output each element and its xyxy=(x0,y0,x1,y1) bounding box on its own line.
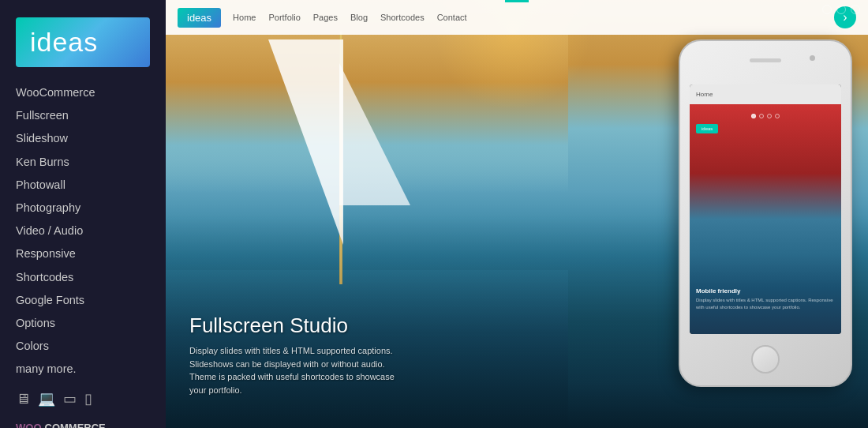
feature-item: Photography xyxy=(16,197,150,220)
feature-item: Colors xyxy=(16,335,150,358)
main-title: Fullscreen Studio xyxy=(189,313,410,338)
commerce-label: COMMERCE xyxy=(45,422,106,428)
feature-item: Responsive xyxy=(16,242,150,265)
feature-item: Fullscreen xyxy=(16,104,150,127)
woo-badge: WOO COMMERCE xyxy=(0,417,166,428)
nav-item-home[interactable]: Home xyxy=(233,13,256,22)
phone-home-button xyxy=(751,345,780,374)
nav-item-portfolio[interactable]: Portfolio xyxy=(268,13,300,22)
phone-button-area xyxy=(680,345,851,374)
sidebar-logo[interactable]: ideas xyxy=(16,17,150,67)
phone-speaker xyxy=(750,58,781,62)
nav-item-blog[interactable]: Blog xyxy=(350,13,368,22)
nav-item-shortcodes[interactable]: Shortcodes xyxy=(380,13,425,22)
feature-item: Ken Burns xyxy=(16,151,150,174)
phone-screen: Home ideas Mobile friendly Display slide… xyxy=(690,84,841,334)
phone-mockup: Home ideas Mobile friendly Display slide… xyxy=(631,16,852,428)
tablet-icon: ▭ xyxy=(63,390,77,407)
main-content: ideas HomePortfolioPagesBlogShortcodesCo… xyxy=(166,0,868,428)
feature-item: Options xyxy=(16,312,150,335)
nav-item-contact[interactable]: Contact xyxy=(437,13,467,22)
feature-item: many more. xyxy=(16,358,150,381)
phone-outer: Home ideas Mobile friendly Display slide… xyxy=(679,39,852,387)
phone-desc: Display slides with titles & HTML suppor… xyxy=(696,297,835,310)
phone-dot-1 xyxy=(751,114,756,118)
nav-active-line xyxy=(505,0,529,2)
logo-text: ideas xyxy=(30,27,98,58)
main-description: Display slides with titles & HTML suppor… xyxy=(189,344,410,396)
woo-label: WOO xyxy=(16,422,42,428)
phone-screen-content: ideas Mobile friendly Display slides wit… xyxy=(690,104,841,334)
feature-item: Slideshow xyxy=(16,127,150,150)
mobile-icon: ▯ xyxy=(84,390,92,407)
desktop-icon: 🖥 xyxy=(16,391,30,407)
phone-screen-top: Home xyxy=(690,84,841,104)
sidebar-icons: 🖥 💻 ▭ ▯ xyxy=(0,381,166,417)
phone-screen-label: Home xyxy=(696,91,713,98)
phone-accent: ideas xyxy=(696,124,718,133)
sidebar-features: WooCommerceFullscreenSlideshowKen BurnsP… xyxy=(0,81,166,381)
phone-dot-3 xyxy=(767,114,772,118)
laptop-icon: 💻 xyxy=(38,390,55,407)
phone-dot-2 xyxy=(759,114,764,118)
bottom-text: Fullscreen Studio Display slides with ti… xyxy=(189,313,410,396)
feature-item: Google Fonts xyxy=(16,289,150,312)
phone-camera xyxy=(810,55,815,61)
phone-text-area: Mobile friendly Display slides with titl… xyxy=(696,287,835,310)
nav-item-pages[interactable]: Pages xyxy=(313,13,338,22)
phone-dot-4 xyxy=(775,114,780,118)
nav-logo: ideas xyxy=(178,8,221,28)
wc-dot-2 xyxy=(836,5,846,14)
feature-item: Shortcodes xyxy=(16,266,150,289)
window-controls xyxy=(822,5,860,14)
sidebar: ideas WooCommerceFullscreenSlideshowKen … xyxy=(0,0,166,428)
phone-dots xyxy=(751,114,780,118)
phone-title: Mobile friendly xyxy=(696,287,835,295)
sail-fore xyxy=(339,63,410,205)
wc-dot-3 xyxy=(851,5,860,14)
feature-item: Video / Audio xyxy=(16,220,150,242)
feature-item: WooCommerce xyxy=(16,81,150,104)
wc-dot-1 xyxy=(822,5,832,14)
feature-item: Photowall xyxy=(16,174,150,197)
features-list: WooCommerceFullscreenSlideshowKen BurnsP… xyxy=(16,81,150,381)
